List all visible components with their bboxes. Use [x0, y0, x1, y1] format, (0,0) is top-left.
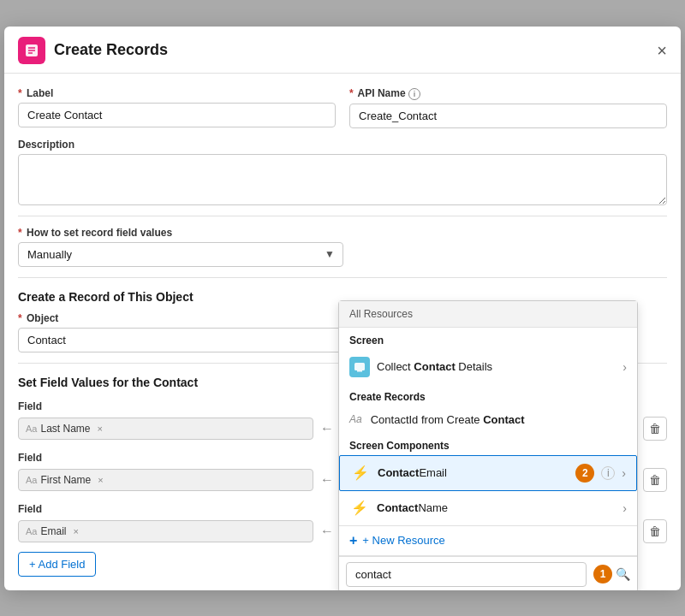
email-delete-button[interactable]: 🗑: [643, 519, 667, 543]
create-records-modal: Create Records × * Label * API Name: [4, 27, 681, 590]
first-name-close-icon[interactable]: ×: [98, 475, 103, 485]
contact-email-text: ContactEmail: [378, 466, 565, 479]
arrow-icon-2[interactable]: ←: [320, 472, 334, 488]
dropdown-contact-name-item[interactable]: ⚡ ContactName ›: [339, 491, 637, 525]
object-field-group: * Object: [18, 312, 343, 352]
contact-email-info-icon[interactable]: i: [601, 466, 615, 480]
first-name-field-input: Aa First Name ×: [18, 469, 313, 491]
how-to-set-group: * How to set record field values Manuall…: [18, 227, 343, 267]
label-apiname-row: * Label * API Name i: [18, 87, 667, 128]
modal-overlay: Create Records × * Label * API Name: [0, 0, 685, 616]
email-close-icon[interactable]: ×: [73, 526, 78, 536]
search-row: 1 🔍: [339, 556, 637, 590]
aa-icon-3: Aa: [26, 526, 37, 536]
svg-rect-5: [357, 370, 362, 372]
aa-icon-2: Aa: [26, 475, 37, 485]
api-name-field-group: * API Name i: [349, 87, 667, 128]
dropdown-screen-section-label: Screen: [339, 328, 637, 350]
add-field-button[interactable]: + Add Field: [18, 552, 96, 577]
label-field-label: * Label: [18, 87, 336, 99]
description-input[interactable]: [18, 154, 667, 205]
object-field-label: * Object: [18, 312, 343, 324]
close-button[interactable]: ×: [657, 42, 667, 59]
email-label: Email: [40, 525, 66, 537]
divider-1: [18, 216, 667, 216]
modal-header: Create Records ×: [4, 27, 681, 74]
email-field-input: Aa Email ×: [18, 520, 313, 542]
contact-name-text: ContactName: [377, 501, 616, 514]
arrow-icon-3[interactable]: ←: [320, 524, 334, 539]
arrow-icon-1[interactable]: ←: [320, 421, 334, 436]
contact-email-badge: 2: [575, 464, 594, 483]
api-name-input[interactable]: [349, 104, 667, 128]
api-name-info-icon[interactable]: i: [408, 88, 420, 100]
dropdown-create-records-item[interactable]: Aa ContactId from Create Contact: [339, 406, 637, 433]
new-resource-label: + New Resource: [362, 534, 444, 547]
contact-email-chevron: ›: [622, 466, 626, 480]
how-to-set-select-wrapper: Manually From prior step output Use a fo…: [18, 242, 343, 267]
field-label-2: Field: [18, 452, 42, 464]
dropdown-panel[interactable]: All Resources Screen Collect Contact Det…: [338, 300, 638, 590]
description-label: Description: [18, 139, 667, 151]
last-name-delete-button[interactable]: 🗑: [643, 417, 667, 441]
lightning-icon-1: ⚡: [350, 463, 371, 483]
api-name-label: * API Name i: [349, 87, 667, 100]
screen-component-icon: [349, 357, 370, 377]
label-input[interactable]: [18, 103, 336, 127]
how-to-set-select[interactable]: Manually From prior step output Use a fo…: [18, 242, 343, 267]
search-input[interactable]: [346, 562, 587, 587]
cr-item-text: ContactId from Create Contact: [371, 413, 627, 426]
label-field-group: * Label: [18, 87, 336, 128]
description-field-group: Description: [18, 139, 667, 205]
last-name-label: Last Name: [40, 423, 90, 435]
first-name-delete-button[interactable]: 🗑: [643, 468, 667, 492]
modal-body: * Label * API Name i Description: [4, 74, 681, 590]
first-name-label: First Name: [40, 474, 91, 486]
last-name-field-input: Aa Last Name ×: [18, 418, 313, 440]
dropdown-screen-components-label: Screen Components: [339, 433, 637, 455]
aa-icon-1: Aa: [26, 424, 37, 434]
dropdown-screen-item[interactable]: Collect Contact Details ›: [339, 350, 637, 384]
lightning-icon-2: ⚡: [349, 498, 370, 518]
email-tag: Aa Email ×: [18, 520, 313, 542]
cr-aa-icon: Aa: [349, 413, 362, 425]
field-label-3: Field: [18, 503, 42, 515]
screen-item-text: Collect Contact Details: [377, 360, 616, 373]
dropdown-header-label: All Resources: [339, 301, 637, 328]
new-resource-item[interactable]: + + New Resource: [339, 525, 637, 556]
last-name-tag: Aa Last Name ×: [18, 418, 313, 440]
search-magnifier-icon[interactable]: 🔍: [616, 567, 630, 581]
header-left: Create Records: [18, 37, 168, 64]
dropdown-contact-email-item[interactable]: ⚡ ContactEmail 2 i ›: [339, 455, 637, 491]
how-to-set-label: * How to set record field values: [18, 227, 343, 239]
dropdown-create-records-section-label: Create Records: [339, 384, 637, 406]
plus-icon: +: [349, 533, 357, 548]
svg-rect-4: [354, 363, 365, 370]
divider-2: [18, 277, 667, 278]
first-name-tag: Aa First Name ×: [18, 469, 313, 491]
field-label-1: Field: [18, 400, 42, 412]
object-input[interactable]: [18, 328, 343, 352]
search-badge: 1: [593, 565, 612, 583]
modal-title: Create Records: [54, 41, 168, 59]
modal-icon: [18, 37, 45, 64]
contact-name-chevron: ›: [622, 501, 627, 515]
last-name-close-icon[interactable]: ×: [98, 424, 103, 434]
screen-item-chevron: ›: [622, 360, 627, 374]
